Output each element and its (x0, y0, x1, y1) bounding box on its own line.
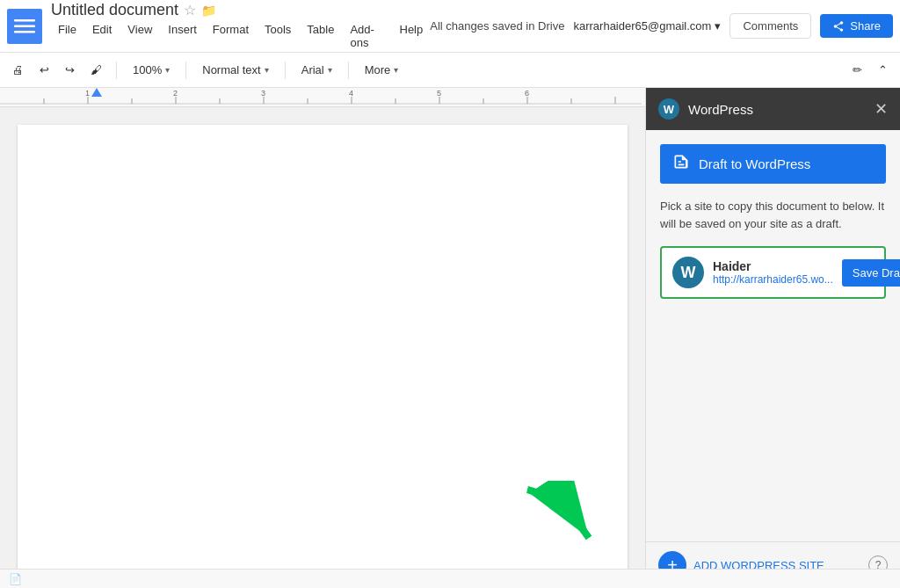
menu-help[interactable]: Help (393, 21, 431, 51)
doc-info: Untitled document ☆ 📁 File Edit View Ins… (51, 1, 430, 51)
wp-body: Draft to WordPress Pick a site to copy t… (646, 130, 900, 541)
zoom-chevron: ▾ (165, 65, 170, 75)
wp-description: Pick a site to copy this document to bel… (660, 198, 886, 232)
font-dropdown[interactable]: Arial ▾ (294, 60, 339, 80)
folder-icon: 📁 (201, 4, 216, 18)
svg-text:4: 4 (349, 89, 353, 98)
pen-button[interactable]: ✏ (847, 60, 867, 80)
zoom-dropdown[interactable]: 100% ▾ (126, 60, 177, 80)
svg-rect-0 (14, 19, 35, 22)
ruler: 1 2 3 4 5 6 (0, 88, 645, 107)
doc-title-row: Untitled document ☆ 📁 (51, 1, 430, 19)
wp-logo-icon: W (658, 98, 679, 120)
comments-button[interactable]: Comments (729, 13, 811, 39)
svg-text:2: 2 (173, 89, 178, 98)
saved-status: All changes saved in Drive (430, 19, 564, 33)
doc-container: 1 2 3 4 5 6 (0, 88, 900, 588)
style-value: Normal text (202, 63, 260, 76)
menu-bar: File Edit View Insert Format Tools Table… (51, 21, 430, 51)
share-label: Share (850, 19, 881, 33)
star-icon[interactable]: ☆ (184, 2, 196, 18)
draft-wp-icon (672, 153, 690, 175)
print-button[interactable]: 🖨 (7, 60, 29, 80)
svg-marker-4 (91, 88, 102, 97)
draft-to-wp-label: Draft to WordPress (699, 156, 810, 171)
toolbar-divider (116, 62, 117, 79)
save-draft-button[interactable]: Save Draft (842, 259, 900, 287)
menu-file[interactable]: File (51, 21, 83, 51)
redo-button[interactable]: ↪ (60, 60, 80, 80)
zoom-value: 100% (133, 63, 162, 76)
wp-header-left: W WordPress (658, 98, 753, 120)
share-button[interactable]: Share (820, 14, 893, 38)
site-wp-icon: W (672, 257, 704, 288)
menu-tools[interactable]: Tools (258, 21, 298, 51)
toolbar: 🖨 ↩ ↪ 🖌 100% ▾ Normal text ▾ Arial ▾ Mor… (0, 53, 900, 88)
app-icon (7, 9, 42, 44)
wp-header: W WordPress ✕ (646, 88, 900, 130)
ruler-inner: 1 2 3 4 5 6 (0, 88, 645, 106)
menu-format[interactable]: Format (206, 21, 256, 51)
style-dropdown[interactable]: Normal text ▾ (195, 60, 275, 80)
collapse-button[interactable]: ⌃ (873, 60, 893, 80)
wordpress-panel: W WordPress ✕ Draft to WordPress Pick a … (645, 88, 900, 588)
site-url: http://karrarhaider65.wo... (713, 273, 833, 286)
menu-view[interactable]: View (120, 21, 159, 51)
menu-addons[interactable]: Add-ons (343, 21, 390, 51)
svg-rect-2 (14, 31, 35, 33)
menu-edit[interactable]: Edit (85, 21, 119, 51)
draft-to-wp-section: Draft to WordPress (660, 144, 886, 184)
more-chevron: ▾ (394, 65, 398, 75)
top-right: All changes saved in Drive karrarhaider6… (430, 13, 893, 39)
menu-insert[interactable]: Insert (161, 21, 204, 51)
site-card: W Haider http://karrarhaider65.wo... Sav… (660, 246, 886, 299)
svg-rect-1 (14, 25, 35, 27)
menu-table[interactable]: Table (300, 21, 341, 51)
doc-title[interactable]: Untitled document (51, 1, 178, 19)
toolbar-divider3 (285, 62, 286, 79)
font-chevron: ▾ (328, 65, 332, 75)
undo-button[interactable]: ↩ (34, 60, 54, 80)
toolbar-divider4 (348, 62, 349, 79)
font-value: Arial (301, 63, 324, 76)
user-email: karrarhaider65@gmail.com (573, 19, 711, 33)
doc-area: 1 2 3 4 5 6 (0, 88, 645, 588)
site-info: Haider http://karrarhaider65.wo... (713, 259, 833, 286)
svg-text:5: 5 (437, 89, 441, 98)
user-dropdown-icon: ▾ (715, 19, 721, 33)
toolbar-divider2 (185, 62, 186, 79)
wp-close-button[interactable]: ✕ (875, 99, 888, 119)
paint-format-button[interactable]: 🖌 (85, 60, 107, 80)
top-bar: Untitled document ☆ 📁 File Edit View Ins… (0, 0, 900, 53)
site-name: Haider (713, 259, 833, 273)
page-icon: 📄 (9, 573, 22, 585)
svg-text:3: 3 (261, 89, 265, 98)
svg-text:6: 6 (525, 89, 529, 98)
green-arrow-container (510, 481, 615, 555)
more-dropdown[interactable]: More ▾ (358, 60, 406, 80)
status-bar: 📄 (0, 569, 900, 588)
wp-panel-title: WordPress (688, 102, 753, 117)
svg-text:1: 1 (85, 89, 90, 98)
user-account[interactable]: karrarhaider65@gmail.com ▾ (573, 19, 721, 33)
style-chevron: ▾ (265, 65, 269, 75)
more-label: More (365, 63, 391, 76)
